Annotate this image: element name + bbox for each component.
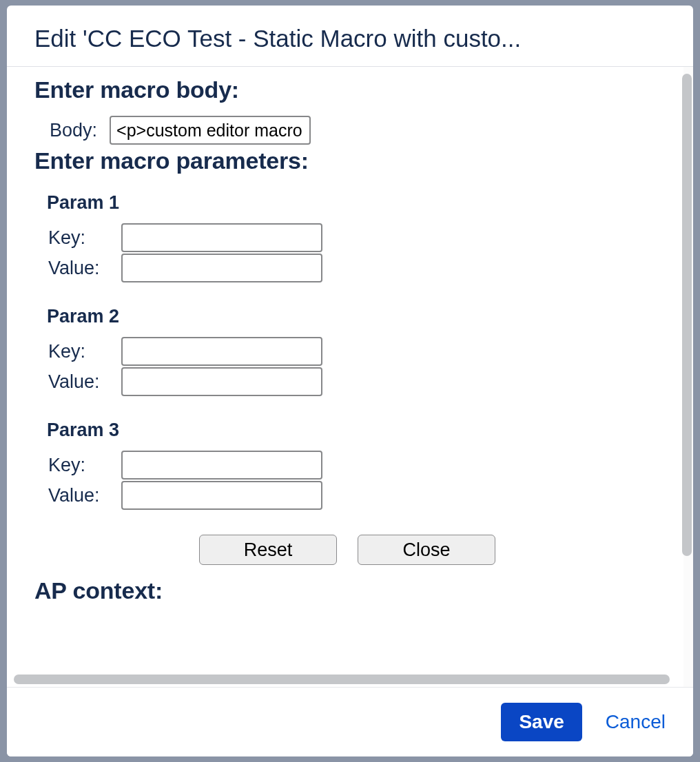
param-block-1: Param 1 Key: Value: (47, 192, 660, 282)
save-button[interactable]: Save (501, 703, 581, 741)
inner-button-row: Reset Close (34, 535, 660, 565)
param-key-label: Key: (48, 341, 121, 362)
macro-editor-dialog: Edit 'CC ECO Test - Static Macro with cu… (7, 6, 693, 756)
horizontal-scrollbar-thumb[interactable] (14, 675, 670, 684)
content-panel: Enter macro body: Body: Enter macro para… (7, 67, 683, 687)
param-block-2: Param 2 Key: Value: (47, 306, 660, 396)
param-1-key-input[interactable] (121, 223, 322, 252)
section-ap-context: AP context: (34, 577, 660, 604)
param-value-row: Value: (48, 481, 660, 510)
param-block-3: Param 3 Key: Value: (47, 420, 660, 510)
param-3-key-input[interactable] (121, 451, 322, 480)
param-key-label: Key: (48, 455, 121, 476)
macro-body-label: Body: (50, 120, 97, 141)
vertical-scrollbar-thumb[interactable] (682, 74, 692, 556)
param-title: Param 1 (47, 192, 660, 214)
macro-body-row: Body: (50, 116, 660, 145)
param-key-row: Key: (48, 223, 660, 252)
param-key-label: Key: (48, 227, 121, 249)
param-value-label: Value: (48, 371, 121, 393)
param-title: Param 3 (47, 420, 660, 441)
param-title: Param 2 (47, 306, 660, 327)
close-button[interactable]: Close (358, 535, 495, 565)
cancel-button[interactable]: Cancel (603, 706, 668, 739)
param-value-row: Value: (48, 254, 660, 282)
section-enter-params: Enter macro parameters: (34, 147, 660, 174)
param-key-row: Key: (48, 451, 660, 480)
param-value-label: Value: (48, 258, 121, 279)
param-value-row: Value: (48, 367, 660, 396)
dialog-body: Enter macro body: Body: Enter macro para… (7, 67, 693, 687)
param-value-label: Value: (48, 485, 121, 506)
param-2-key-input[interactable] (121, 337, 322, 366)
param-key-row: Key: (48, 337, 660, 366)
section-enter-body: Enter macro body: (34, 76, 660, 103)
dialog-body-scroll[interactable]: Enter macro body: Body: Enter macro para… (7, 67, 693, 687)
param-3-value-input[interactable] (121, 481, 322, 510)
dialog-header: Edit 'CC ECO Test - Static Macro with cu… (7, 6, 693, 67)
reset-button[interactable]: Reset (199, 535, 337, 565)
dialog-title: Edit 'CC ECO Test - Static Macro with cu… (34, 25, 666, 52)
param-2-value-input[interactable] (121, 367, 322, 396)
macro-body-input[interactable] (110, 116, 311, 145)
dialog-footer: Save Cancel (7, 687, 693, 756)
param-1-value-input[interactable] (121, 254, 322, 282)
